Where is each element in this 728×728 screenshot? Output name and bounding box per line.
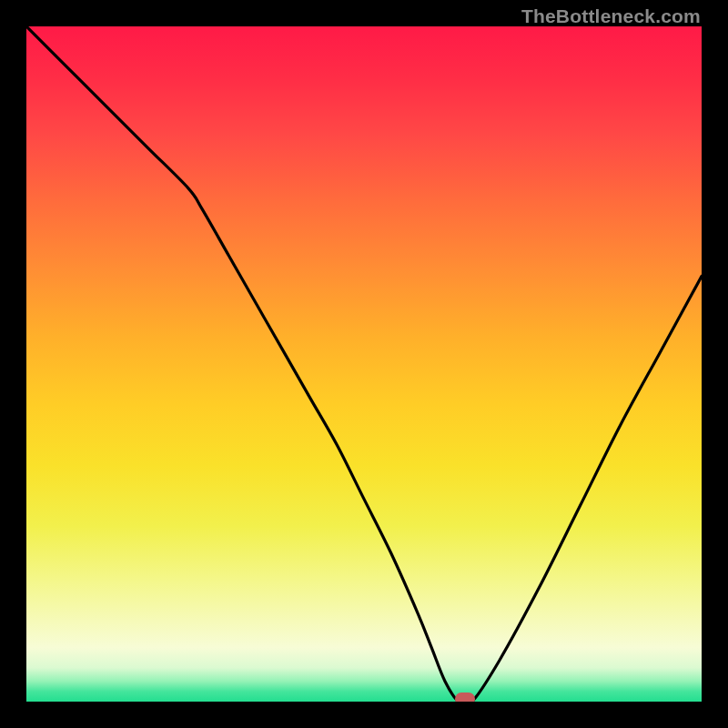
plot-area <box>26 26 702 702</box>
optimum-marker <box>455 693 475 702</box>
watermark-text: TheBottleneck.com <box>521 5 701 27</box>
bottleneck-curve <box>26 26 702 702</box>
chart-frame: TheBottleneck.com <box>0 0 728 728</box>
